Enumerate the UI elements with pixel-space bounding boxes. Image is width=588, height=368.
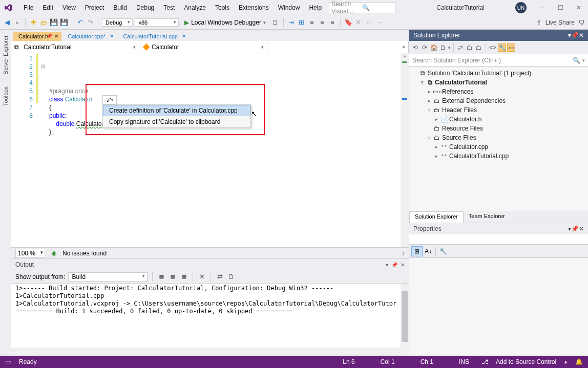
output-tb-icon-1[interactable]: ≣ (157, 273, 165, 281)
code-line[interactable]: }; (37, 128, 409, 136)
expand-icon[interactable]: ▸ (427, 98, 432, 103)
output-scrollbar-horizontal[interactable] (11, 348, 401, 356)
tree-item[interactable]: ▸▭▭References (410, 87, 587, 96)
se-home-icon[interactable]: 🏠 (430, 44, 438, 52)
menu-window[interactable]: Window (274, 3, 304, 12)
maximize-button[interactable]: ☐ (555, 4, 565, 11)
expand-icon[interactable]: ▸ (434, 154, 439, 159)
output-clear-icon[interactable]: ✕ (198, 273, 206, 281)
tb-icon-2[interactable]: ⇥ (287, 18, 296, 27)
menu-help[interactable]: Help (305, 3, 326, 12)
props-alpha-icon[interactable]: A↓ (423, 246, 434, 256)
pin-icon[interactable]: 📌 (571, 225, 579, 232)
solution-explorer-title-bar[interactable]: Solution Explorer ▾ 📌 ✕ (409, 30, 588, 41)
menu-test[interactable]: Test (159, 3, 179, 12)
code-line[interactable] (37, 136, 409, 144)
document-tab[interactable]: Calculator.h*📌✕ (13, 32, 61, 41)
quick-action-item[interactable]: Create definition of 'Calculate' in Calc… (103, 105, 250, 116)
output-tb-icon-4[interactable]: 🗋 (227, 273, 235, 281)
tree-item[interactable]: ▸⁺⁺CalculatorTutorial.cpp (410, 151, 587, 161)
output-title-bar[interactable]: Output ▾ 📌 ✕ (11, 259, 409, 270)
output-wrap-icon[interactable]: ⇄ (216, 273, 224, 281)
tb-icon-9[interactable]: → (375, 18, 383, 27)
document-tab[interactable]: Calculator.cpp*✕ (62, 32, 117, 41)
nav-fwd-icon[interactable]: ▸ (13, 18, 22, 27)
close-icon[interactable]: ✕ (579, 32, 584, 39)
save-icon[interactable]: 💾 (50, 18, 58, 27)
menu-edit[interactable]: Edit (38, 3, 57, 12)
quick-action-item[interactable]: Copy signature of 'Calculate' to clipboa… (103, 116, 250, 127)
nav-project-select[interactable]: ⧉ CalculatorTutorial (11, 41, 139, 53)
code-line[interactable] (37, 144, 409, 153)
nav-back-icon[interactable]: ◀ (3, 18, 11, 27)
close-icon[interactable]: ✕ (401, 262, 405, 268)
props-categorized-icon[interactable]: ⊞ (411, 246, 423, 256)
pin-icon[interactable]: 📌 (571, 32, 579, 39)
zoom-select[interactable]: 100 % (15, 249, 45, 258)
se-wrench-icon[interactable]: 🔧 (498, 44, 506, 52)
menu-analyze[interactable]: Analyze (180, 3, 210, 12)
close-icon[interactable]: ✕ (110, 33, 114, 39)
code-line[interactable]: class Calculator (37, 95, 409, 103)
close-icon[interactable]: ✕ (54, 33, 58, 39)
properties-grid[interactable] (409, 258, 588, 356)
status-ch[interactable]: Ch 1 (421, 358, 433, 365)
tree-item[interactable]: ⧉Solution 'CalculatorTutorial' (1 projec… (410, 69, 587, 78)
tb-icon-3[interactable]: ⊞ (298, 18, 306, 27)
solution-explorer-search[interactable]: Search Solution Explorer (Ctrl+;) 🔍 ▾ (409, 54, 588, 67)
panel-tab[interactable]: Team Explorer (464, 211, 510, 223)
solution-tree[interactable]: ⧉Solution 'CalculatorTutorial' (1 projec… (409, 67, 588, 211)
props-wrench-icon[interactable]: 🔧 (437, 246, 449, 256)
document-tab[interactable]: CalculatorTutorial.cpp✕ (118, 32, 189, 41)
status-ins[interactable]: INS (459, 358, 469, 365)
tree-item[interactable]: 🗀Resource Files (410, 124, 587, 133)
se-icon[interactable]: 🗀 (466, 44, 474, 52)
source-control-button[interactable]: Add to Source Control (496, 358, 556, 365)
tb-icon-1[interactable]: 🗋 (271, 18, 280, 27)
feedback-icon[interactable]: 🗨 (579, 19, 585, 26)
close-button[interactable]: ✕ (574, 4, 584, 11)
expand-icon[interactable]: ▿ (427, 135, 432, 140)
code-body[interactable]: ⊟ #pragma onceclass Calculator{public: d… (37, 53, 409, 247)
close-icon[interactable]: ✕ (182, 33, 186, 39)
expand-icon[interactable]: ▿ (419, 80, 425, 85)
expand-icon[interactable]: ▿ (427, 107, 432, 113)
liveshare-button[interactable]: Live Share (545, 19, 575, 26)
undo-icon[interactable]: ↶ (76, 18, 84, 27)
se-home-icon[interactable]: ⟳ (421, 44, 429, 52)
pin-icon[interactable]: 📌 (391, 262, 397, 268)
se-sync-icon[interactable]: ⇄ (456, 44, 465, 52)
notifications-icon[interactable]: 🔔 (575, 358, 583, 365)
tree-item[interactable]: ▸⁺⁺Calculator.cpp (410, 142, 587, 151)
tree-item[interactable]: ▿🗀Source Files (410, 133, 587, 142)
menu-debug[interactable]: Debug (132, 3, 158, 12)
tb-icon-7[interactable]: ✕ (354, 18, 363, 27)
menu-project[interactable]: Project (81, 3, 108, 12)
pin-icon[interactable]: 📌 (46, 33, 52, 39)
output-tb-icon-3[interactable]: ≣ (180, 273, 188, 281)
minimize-button[interactable]: — (537, 4, 547, 11)
se-icon[interactable]: 🗀 (475, 44, 483, 52)
new-project-icon[interactable]: ✚ (29, 18, 37, 27)
menu-tools[interactable]: Tools (211, 3, 234, 12)
tb-icon-8[interactable]: ← (365, 18, 373, 27)
se-preview-icon[interactable]: ▭ (507, 44, 515, 52)
se-icon[interactable]: 🗋 (439, 44, 447, 52)
se-home-icon[interactable]: ⟲ (411, 44, 419, 52)
tree-item[interactable]: ▿⧉CalculatorTutorial (410, 78, 587, 87)
quick-launch-search[interactable]: Search Visual... 🔍 (329, 2, 395, 13)
output-from-select[interactable]: Build (68, 272, 148, 282)
dropdown-icon[interactable]: ▾ (386, 262, 388, 268)
user-avatar[interactable]: UN (515, 2, 527, 13)
tb-icon-6[interactable]: ≡ (328, 18, 337, 27)
expand-icon[interactable]: ▸ (427, 89, 432, 94)
bookmark-icon[interactable]: 🔖 (344, 18, 352, 27)
chevron-up-icon[interactable]: ▲ (563, 359, 568, 364)
menu-build[interactable]: Build (109, 3, 131, 12)
panel-tab[interactable]: Solution Explorer (409, 211, 464, 223)
nav-class-select[interactable]: 🔶 Calculator (139, 41, 267, 53)
menu-view[interactable]: View (58, 3, 80, 12)
output-scrollbar-vertical[interactable] (401, 284, 409, 356)
code-editor[interactable]: 12345678 ⊟ #pragma onceclass Calculator{… (11, 53, 409, 247)
expand-icon[interactable]: ▸ (434, 144, 439, 149)
